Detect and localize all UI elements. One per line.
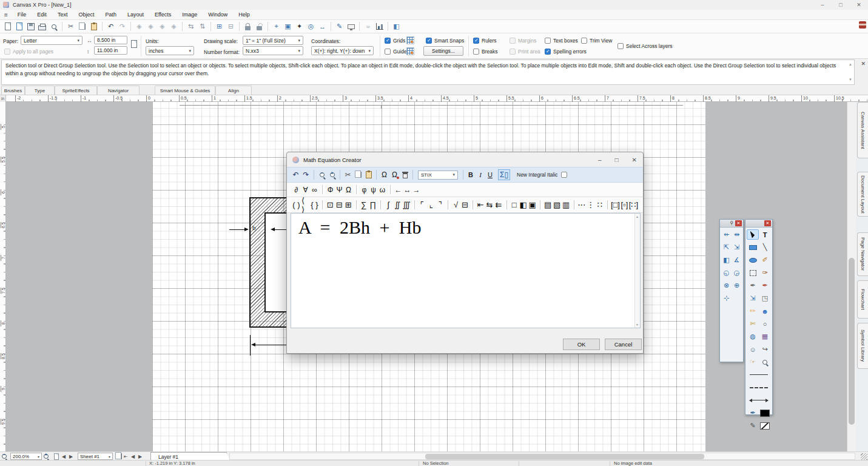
line-tool[interactable]: ╲	[759, 242, 771, 252]
fraction-template[interactable]: ⊟	[460, 199, 469, 211]
dimensioning-tool[interactable]: ⇲	[747, 293, 759, 303]
marquee-tool[interactable]	[747, 268, 759, 278]
fill-color-swatch[interactable]	[759, 408, 771, 418]
bring-forward-icon[interactable]: ◈	[156, 21, 168, 32]
send-backward-icon[interactable]: ◈	[168, 21, 180, 32]
spelling-errors-checkbox[interactable]: Spelling errors	[545, 49, 587, 55]
sprite-grid-tool[interactable]: ▦	[759, 331, 771, 342]
resize-object-icon[interactable]: ↔	[317, 21, 328, 32]
settings-button[interactable]: Settings...	[423, 46, 463, 56]
sprite-effects-icon[interactable]: ≈	[362, 21, 374, 32]
cut-icon[interactable]: ✂	[65, 21, 76, 32]
flip-vertical-icon[interactable]: ⇅	[197, 21, 208, 32]
bar-template-2[interactable]: ▧	[553, 199, 562, 211]
chart-icon[interactable]	[374, 21, 385, 32]
psi-symbol[interactable]: Ψ	[335, 184, 344, 196]
gps-world-tool[interactable]: ◍	[747, 331, 759, 342]
drawing-scale-select[interactable]: 1" = 1" (Full Size)	[243, 36, 303, 45]
paper-select[interactable]: Letter	[21, 36, 82, 45]
grid-options-icon[interactable]	[406, 36, 414, 44]
cube-3d-icon[interactable]: ◧	[391, 21, 402, 32]
corner-template-2[interactable]: ⌞	[426, 199, 436, 211]
brush-tool[interactable]: ✑	[759, 268, 771, 278]
print-preview-icon[interactable]	[48, 21, 59, 32]
info-close-icon[interactable]: ✕	[861, 61, 866, 67]
corner-template-1[interactable]: ⌜	[417, 199, 426, 211]
italic-button[interactable]: I	[476, 171, 485, 178]
ungroup-icon[interactable]: ⊟	[225, 21, 237, 32]
reference-point-icon[interactable]: ◎	[305, 21, 317, 32]
left-arrow-symbol[interactable]: ←	[394, 184, 403, 196]
paste-icon[interactable]	[88, 21, 99, 32]
redo-icon[interactable]: ↷	[301, 169, 311, 180]
frame-view-icon[interactable]: ▣	[282, 21, 294, 32]
redo-icon[interactable]: ↷	[116, 21, 128, 32]
apply-all-pages-checkbox[interactable]: Apply to all pages	[4, 49, 53, 55]
box-template-1[interactable]: □	[510, 199, 519, 211]
matrix-bracket-template-2[interactable]: [▫]	[620, 199, 629, 211]
page-height-field[interactable]: 11.000 in	[94, 46, 127, 55]
both-arrow-symbol[interactable]: ↔	[403, 184, 412, 196]
horizontal-scrollbar-thumb[interactable]	[425, 454, 704, 459]
send-to-back-icon[interactable]: ◈	[145, 21, 156, 32]
new-document-icon[interactable]	[2, 21, 13, 32]
save-icon[interactable]	[25, 21, 36, 32]
angle-dimension-tool[interactable]: ∡	[732, 255, 742, 265]
guides-checkbox[interactable]: Guides	[385, 49, 409, 55]
copy-icon[interactable]	[353, 169, 363, 180]
oblique-dimension-tool[interactable]: ⇲	[732, 242, 742, 252]
previous-page-button[interactable]: ◀	[62, 453, 66, 460]
cut-icon[interactable]: ✂	[343, 169, 353, 180]
dots-horizontal-template[interactable]: ⋯	[577, 199, 586, 211]
sigma-template-button[interactable]: Σ▯	[498, 169, 510, 180]
text-tool[interactable]: T	[759, 229, 771, 240]
copy-icon[interactable]	[76, 21, 88, 32]
dash-style-selector[interactable]	[747, 382, 771, 393]
palette-lock-icon[interactable]: ⚲	[730, 220, 733, 226]
dock-tab-document-layout[interactable]: Document Layout	[857, 172, 868, 217]
dock-tab-flowchart[interactable]: Flowchart	[857, 280, 868, 319]
psi-lower-symbol[interactable]: ψ	[369, 184, 378, 196]
lasso-tool[interactable]: ○	[759, 319, 771, 329]
paintbrush-tool[interactable]: ✐	[759, 255, 771, 265]
edit-mode-icon[interactable]: ✎	[334, 21, 345, 32]
linear-dimension-tool[interactable]: ⇷	[721, 229, 732, 240]
coordinates-select[interactable]: X(+): right, Y(+): down	[311, 46, 374, 55]
annotation-tool[interactable]: ☺	[747, 344, 759, 354]
menu-help[interactable]: Help	[233, 12, 255, 18]
stroke-style-selector[interactable]	[747, 370, 771, 380]
menu-window[interactable]: Window	[203, 12, 233, 18]
text-boxes-checkbox[interactable]: Text boxes	[545, 38, 578, 44]
menu-text[interactable]: Text	[52, 12, 73, 18]
palette-close-icon[interactable]: ✕	[764, 220, 771, 226]
menu-layout[interactable]: Layout	[122, 12, 149, 18]
flip-horizontal-icon[interactable]: ⇆	[185, 21, 197, 32]
forall-symbol[interactable]: ∀	[301, 184, 310, 196]
lock-icon[interactable]	[242, 21, 254, 32]
smart-cursor-icon[interactable]: ✦	[294, 21, 305, 32]
delete-icon[interactable]	[400, 169, 410, 180]
grids-checkbox[interactable]: Grids	[385, 38, 405, 44]
ellipse-tool[interactable]	[747, 255, 759, 265]
zoom-tool[interactable]	[759, 357, 771, 367]
palette-tab-spriteeffects[interactable]: SpriteEffects	[55, 86, 97, 95]
select-across-layers-checkbox[interactable]: Select Across layers	[617, 43, 673, 49]
insert-symbol-icon[interactable]: Ω	[379, 169, 389, 180]
close-button[interactable]: ✕	[850, 0, 868, 10]
scroll-down-icon[interactable]: ▼	[636, 323, 639, 326]
next-layer-button[interactable]: ▶	[138, 453, 142, 460]
matrix-bracket-template-3[interactable]: [∷]	[629, 199, 638, 211]
omega-lower-symbol[interactable]: ω	[378, 184, 387, 196]
arrowhead-selector[interactable]	[747, 395, 771, 405]
limit-arrow-template-3[interactable]: ⇇	[494, 199, 503, 211]
undo-icon[interactable]: ↶	[291, 169, 301, 180]
presentation-icon[interactable]	[345, 21, 357, 32]
matrix-bracket-template-1[interactable]: [□]	[611, 199, 620, 211]
page-width-field[interactable]: 8.500 in	[94, 36, 127, 44]
dialog-maximize-button[interactable]: □	[615, 157, 619, 163]
chain-dimension-tool[interactable]: ⇹	[732, 229, 742, 240]
palette-close-icon[interactable]: ✕	[735, 220, 742, 226]
limit-arrow-template-1[interactable]: ⇤	[476, 199, 485, 211]
menu-image[interactable]: Image	[177, 12, 203, 18]
insert-symbol-accent-icon[interactable]: Ω	[389, 169, 400, 180]
